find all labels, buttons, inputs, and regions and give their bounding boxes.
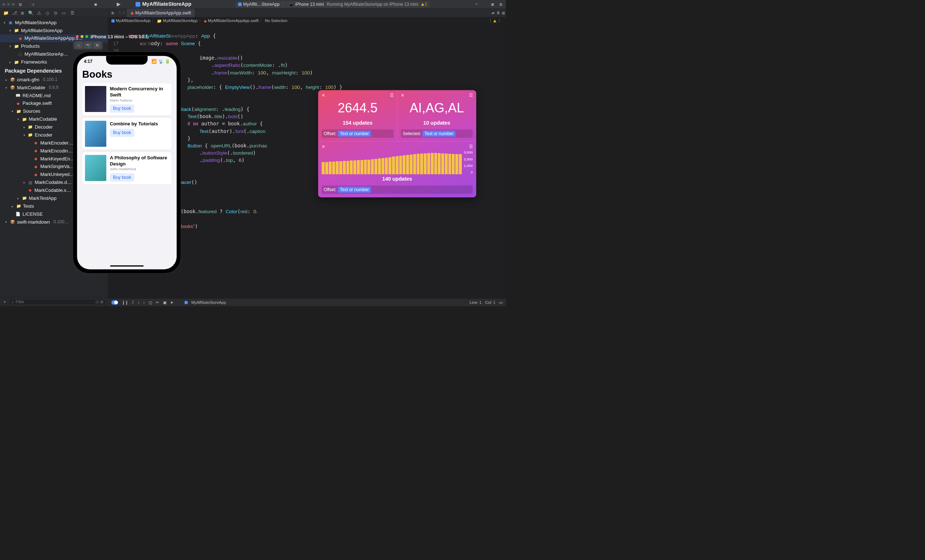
buy-button[interactable]: Buy book <box>110 173 134 182</box>
test-navigator-icon[interactable]: ◇ <box>45 11 50 15</box>
minimap-icon[interactable]: ≣ <box>496 11 501 15</box>
sync-icon[interactable]: ⇄ <box>490 11 496 15</box>
nav-project-root[interactable]: ▾▣MyAffiliateStoreApp <box>0 18 108 26</box>
editor-tab[interactable]: ◆MyAffiliateStoreAppApp.swift <box>127 9 195 17</box>
chart-bar <box>424 153 427 174</box>
book-cover <box>85 155 106 181</box>
sidebar-toggle-icon[interactable]: ▥ <box>18 2 23 7</box>
buy-button[interactable]: Buy book <box>110 129 134 137</box>
scm-filter-icon[interactable]: ⊞ <box>100 300 103 304</box>
window-toolbar: ▥ ◁ ◼ ▶ MyAffiliateStoreApp MyAffili…Sto… <box>0 0 506 9</box>
warning-icon[interactable] <box>493 20 496 23</box>
phone-notch <box>106 56 148 65</box>
clock-icon[interactable]: ◷ <box>95 300 99 304</box>
chart-bar <box>455 154 458 174</box>
nav-back-icon[interactable]: ◁ <box>30 2 35 7</box>
breakpoint-toggle[interactable] <box>111 300 118 304</box>
chart-bar <box>378 159 381 175</box>
chart-bar <box>459 154 462 175</box>
report-navigator-icon[interactable]: ☰ <box>70 11 75 15</box>
debug-env-icon[interactable]: ▣ <box>163 300 167 304</box>
menu-icon[interactable]: ☰ <box>469 144 473 149</box>
chart-bar <box>389 157 391 174</box>
sim-home-icon[interactable]: ⌂ <box>75 42 83 48</box>
sim-copy-icon[interactable]: ⧉ <box>93 42 101 48</box>
chart-bar <box>329 161 332 174</box>
issue-navigator-icon[interactable]: ⚠ <box>37 11 42 15</box>
close-window[interactable] <box>3 3 5 6</box>
buy-button[interactable]: Buy book <box>110 104 134 113</box>
bc-back-icon[interactable]: 〈 <box>487 18 492 24</box>
cursor-line: Line: 1 <box>470 300 482 304</box>
debug-location-icon[interactable]: ➤ <box>170 300 173 304</box>
debug-navigator-icon[interactable]: ⊙ <box>53 11 58 15</box>
offset-input[interactable]: Offset: Text or number <box>322 129 393 138</box>
debug-chart: 3,0002,0001,0000 <box>322 151 473 175</box>
breadcrumb[interactable]: MyAffiliateStoreApp〉 📁MyAffiliateStoreAp… <box>108 17 506 24</box>
zoom-window[interactable] <box>12 3 15 6</box>
add-tab-icon[interactable]: ＋ <box>474 2 479 7</box>
chart-bar <box>336 161 339 174</box>
nav-forward-icon[interactable]: 〉 <box>122 11 127 15</box>
add-file-icon[interactable]: ＋ <box>3 300 7 304</box>
sim-title: iPhone 13 mini – iOS 16.1 <box>90 34 148 39</box>
selected-input[interactable]: Selected: Text or number <box>401 129 473 138</box>
book-cover <box>85 86 106 112</box>
home-indicator[interactable] <box>110 265 144 266</box>
project-title: MyAffiliateStoreApp <box>136 1 191 7</box>
warning-badge[interactable]: 1 <box>421 2 427 6</box>
step-into-icon[interactable]: ↓ <box>138 300 140 305</box>
chart-offset-input[interactable]: Offset: Text or number <box>322 186 473 194</box>
step-over-icon[interactable]: ⤴ <box>132 300 134 305</box>
debug-view-icon[interactable]: ◫ <box>149 300 152 304</box>
chart-bar <box>374 159 377 175</box>
symbol-navigator-icon[interactable]: ≣ <box>20 11 25 15</box>
editor-split-icon[interactable]: ▥ <box>501 11 506 15</box>
project-navigator-icon[interactable]: 📁 <box>4 11 8 15</box>
debug-memory-icon[interactable]: ✂ <box>156 300 159 304</box>
menu-icon[interactable]: ☰ <box>469 93 473 98</box>
bc-forward-icon[interactable]: 〉 <box>497 18 503 24</box>
book-author: John Ousterhout <box>110 167 169 171</box>
layout-grid-icon[interactable]: ⊞ <box>110 11 115 15</box>
chart-bar <box>392 157 395 174</box>
book-card: A Philosophy of Software Design John Ous… <box>82 152 172 184</box>
debug-value: 2644.5 <box>322 101 393 116</box>
console-toggle-icon[interactable]: ▭ <box>499 300 503 304</box>
sim-toolbar: ⌂ 📷 ⧉ <box>73 41 102 50</box>
window-controls[interactable] <box>3 3 15 6</box>
chart-bar <box>325 162 328 174</box>
chart-bar <box>438 153 440 175</box>
chart-bar <box>350 160 353 174</box>
chart-bar <box>343 161 346 174</box>
chart-bar <box>368 160 371 174</box>
pause-icon[interactable]: ❙❙ <box>122 300 129 304</box>
books-heading: Books <box>82 69 172 80</box>
sim-minimize[interactable] <box>81 35 83 38</box>
sim-screenshot-icon[interactable]: 📷 <box>84 42 92 48</box>
stop-button[interactable]: ◼ <box>93 2 98 7</box>
step-out-icon[interactable]: ↑ <box>143 300 145 305</box>
close-icon[interactable]: ✕ <box>401 93 404 98</box>
source-control-icon[interactable]: ⎇ <box>12 11 17 15</box>
chart-updates-label: 140 updates <box>322 176 473 182</box>
sim-close[interactable] <box>76 35 79 38</box>
chart-bar <box>371 159 374 175</box>
close-icon[interactable]: ✕ <box>322 93 325 98</box>
find-navigator-icon[interactable]: 🔍 <box>29 11 33 15</box>
debug-updates: 154 updates <box>322 120 393 126</box>
run-button[interactable]: ▶ <box>116 2 121 7</box>
minimize-window[interactable] <box>7 3 10 6</box>
inspector-toggle-icon[interactable]: ▥ <box>498 2 503 7</box>
filter-input[interactable]: ⌕ Filter ◷ ⊞ <box>9 299 105 304</box>
chart-bar <box>441 153 444 174</box>
debug-target[interactable]: MyAffiliateStoreApp <box>191 300 226 305</box>
nav-back-icon[interactable]: 〈 <box>117 11 122 15</box>
sim-zoom[interactable] <box>85 35 88 38</box>
library-icon[interactable]: ▦ <box>490 2 495 7</box>
book-card: Modern Concurrency in Swift Marin Todoro… <box>82 83 172 115</box>
breakpoint-navigator-icon[interactable]: ▭ <box>62 11 66 15</box>
activity-status[interactable]: MyAffili…StoreApp〉 📱iPhone 13 mini Runni… <box>235 1 430 8</box>
close-icon[interactable]: ✕ <box>322 144 325 149</box>
menu-icon[interactable]: ☰ <box>390 93 393 98</box>
